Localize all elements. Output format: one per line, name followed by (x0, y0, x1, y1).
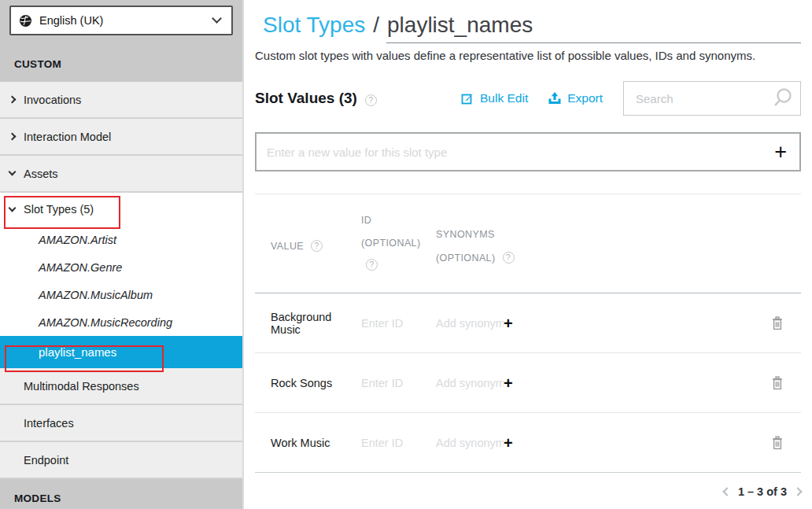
add-synonym-button[interactable]: + (504, 435, 513, 451)
synonym-input[interactable] (436, 377, 504, 389)
sidebar-item-amazon-genre[interactable]: AMAZON.Genre (0, 253, 242, 281)
chevron-down-icon (212, 13, 222, 24)
sidebar-item-label: Interfaces (24, 417, 74, 430)
slot-value-text: Background Music (271, 311, 361, 336)
trash-icon (771, 316, 784, 330)
id-input[interactable] (361, 317, 424, 330)
sidebar-item-amazon-artist[interactable]: AMAZON.Artist (0, 226, 242, 253)
help-icon[interactable]: ? (365, 94, 377, 106)
id-input[interactable] (361, 437, 424, 449)
id-input[interactable] (361, 377, 424, 389)
add-synonym-button[interactable]: + (504, 315, 513, 331)
column-header-synonyms: SYNONYMS (436, 229, 801, 240)
sidebar-item-amazon-musicrecording[interactable]: AMAZON.MusicRecording (0, 308, 242, 336)
sidebar-item-label: Interaction Model (24, 131, 111, 143)
page-title: playlist_names (387, 13, 533, 38)
sidebar-item-assets[interactable]: Assets (0, 156, 242, 193)
trash-icon (771, 376, 784, 390)
add-value-button[interactable]: + (766, 142, 799, 163)
slot-value-text: Work Music (271, 437, 361, 449)
sidebar-item-label: Invocations (24, 94, 81, 106)
chevron-right-icon (9, 96, 17, 104)
bulk-edit-icon (461, 92, 474, 105)
table-row: Background Music + (255, 293, 801, 353)
sidebar-item-invocations[interactable]: Invocations (0, 82, 242, 119)
trash-icon (771, 436, 784, 450)
language-selector-label: English (UK) (39, 14, 103, 27)
table-row: Rock Songs + (255, 353, 801, 413)
slot-values-heading: Slot Values (3) (255, 90, 357, 107)
sidebar-item-slot-types[interactable]: Slot Types (5) (0, 193, 242, 226)
sidebar-item-label: playlist_names (39, 345, 116, 359)
sidebar-item-playlist-names[interactable]: playlist_names (0, 336, 242, 368)
sidebar-section-models: MODELS (14, 492, 242, 504)
breadcrumb-separator: / (373, 13, 379, 38)
slot-values-table: VALUE ? ID (OPTIONAL) ? SYNONYMS (OPTION… (255, 194, 801, 473)
sidebar-item-endpoint[interactable]: Endpoint (0, 442, 242, 479)
chevron-down-icon (9, 204, 17, 212)
export-label: Export (567, 91, 603, 105)
search-icon[interactable] (771, 87, 795, 110)
pagination-prev-icon[interactable] (722, 487, 731, 496)
sidebar-item-label: Endpoint (24, 454, 68, 467)
chevron-right-icon (9, 133, 17, 141)
sidebar: English (UK) CUSTOM Invocations Interact… (0, 0, 244, 509)
title-underline (386, 42, 801, 43)
synonym-input[interactable] (436, 317, 504, 330)
chevron-down-icon (9, 168, 17, 176)
export-button[interactable]: Export (548, 91, 603, 105)
page-description: Custom slot types with values define a r… (255, 49, 801, 62)
slot-value-text: Rock Songs (271, 377, 361, 389)
sidebar-item-label: Multimodal Responses (24, 380, 139, 393)
sidebar-item-label: AMAZON.MusicAlbum (39, 289, 153, 301)
sidebar-item-interfaces[interactable]: Interfaces (0, 405, 242, 442)
new-slot-value-input[interactable] (257, 146, 766, 159)
search-box (623, 81, 801, 116)
delete-row-button[interactable] (771, 376, 784, 390)
slot-values-toolbar: Slot Values (3) ? Bulk Edit Export (255, 80, 801, 116)
delete-row-button[interactable] (771, 436, 784, 450)
pagination-label: 1 – 3 of 3 (738, 485, 787, 498)
add-synonym-button[interactable]: + (504, 375, 513, 391)
sidebar-item-label: Slot Types (5) (24, 203, 94, 216)
help-icon[interactable]: ? (503, 252, 515, 264)
sidebar-item-interaction-model[interactable]: Interaction Model (0, 119, 242, 156)
column-header-id: ID (361, 215, 436, 226)
main-content: Slot Types / playlist_names Custom slot … (245, 0, 812, 509)
sidebar-item-label: AMAZON.Genre (39, 261, 122, 274)
bulk-edit-label: Bulk Edit (480, 91, 528, 105)
pagination-next-icon[interactable] (793, 487, 802, 496)
help-icon[interactable]: ? (311, 240, 323, 252)
column-header-value: VALUE (271, 241, 304, 252)
bulk-edit-button[interactable]: Bulk Edit (461, 91, 528, 105)
globe-icon (19, 14, 32, 28)
synonym-input[interactable] (436, 437, 504, 449)
sidebar-item-label: AMAZON.Artist (39, 234, 116, 246)
table-row: Work Music + (255, 413, 801, 473)
breadcrumb-slot-types-link[interactable]: Slot Types (263, 13, 365, 38)
breadcrumb: Slot Types / playlist_names (255, 13, 801, 38)
language-selector[interactable]: English (UK) (9, 6, 233, 35)
search-input[interactable] (624, 92, 771, 105)
sidebar-item-label: AMAZON.MusicRecording (39, 316, 172, 329)
pagination: 1 – 3 of 3 (255, 485, 801, 498)
sidebar-nav: Invocations Interaction Model Assets Slo… (0, 82, 242, 479)
export-icon (548, 92, 562, 105)
delete-row-button[interactable] (771, 316, 784, 330)
sidebar-item-amazon-musicalbum[interactable]: AMAZON.MusicAlbum (0, 281, 242, 308)
help-icon[interactable]: ? (366, 259, 378, 271)
column-header-synonyms-optional: (OPTIONAL) (436, 253, 496, 264)
column-header-id-optional: (OPTIONAL) (361, 238, 436, 249)
sidebar-section-custom: CUSTOM (14, 58, 242, 70)
table-header-row: VALUE ? ID (OPTIONAL) ? SYNONYMS (OPTION… (255, 194, 801, 293)
sidebar-item-label: Assets (24, 168, 58, 180)
sidebar-item-multimodal-responses[interactable]: Multimodal Responses (0, 368, 242, 405)
new-slot-value-field: + (255, 132, 801, 172)
